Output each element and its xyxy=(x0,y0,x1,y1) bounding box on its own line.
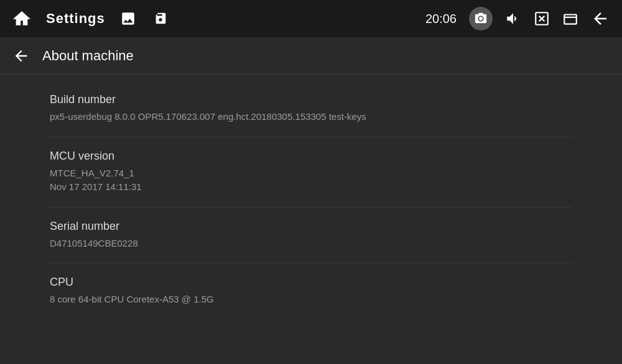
time-display: 20:06 xyxy=(425,12,457,26)
camera-icon[interactable] xyxy=(466,4,495,33)
status-bar-right: 20:06 xyxy=(425,4,612,33)
info-label: CPU xyxy=(50,276,572,289)
status-bar-left: Settings xyxy=(10,7,170,30)
close-icon[interactable] xyxy=(531,8,552,29)
volume-icon[interactable] xyxy=(503,8,524,29)
svg-rect-3 xyxy=(564,15,577,24)
info-value: px5-userdebug 8.0.0 OPR5.170623.007 eng.… xyxy=(50,110,572,124)
sub-header: About machine xyxy=(0,37,622,75)
info-section: Build numberpx5-userdebug 8.0.0 OPR5.170… xyxy=(50,81,572,137)
info-label: Build number xyxy=(50,93,572,106)
info-value: D47105149CBE0228 xyxy=(50,237,572,251)
info-section: MCU versionMTCE_HA_V2.74_1 Nov 17 2017 1… xyxy=(50,137,572,207)
gallery-icon[interactable] xyxy=(118,8,139,29)
info-section: CPU8 core 64-bit CPU Coretex-A53 @ 1.5G xyxy=(50,263,572,319)
content-area: Build numberpx5-userdebug 8.0.0 OPR5.170… xyxy=(0,75,622,364)
back-button[interactable] xyxy=(12,47,30,65)
info-value: MTCE_HA_V2.74_1 Nov 17 2017 14:11:31 xyxy=(50,166,572,194)
info-section: Serial numberD47105149CBE0228 xyxy=(50,207,572,264)
home-icon[interactable] xyxy=(10,7,34,30)
page-title: About machine xyxy=(42,48,134,64)
info-label: MCU version xyxy=(50,150,572,163)
app-title: Settings xyxy=(46,11,105,27)
window-icon[interactable] xyxy=(560,8,581,29)
storage-icon[interactable] xyxy=(151,9,170,28)
status-bar: Settings 20:06 xyxy=(0,0,622,37)
info-value: 8 core 64-bit CPU Coretex-A53 @ 1.5G xyxy=(50,293,572,307)
system-back-icon[interactable] xyxy=(588,7,612,30)
info-label: Serial number xyxy=(50,220,572,233)
